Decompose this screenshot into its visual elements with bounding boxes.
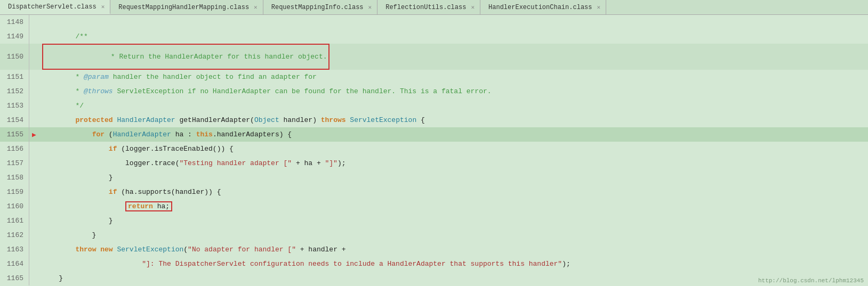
line-arrow bbox=[29, 70, 39, 84]
line-content: logger.trace("Testing handler adapter ["… bbox=[39, 156, 868, 170]
tab-label: DispatcherServlet.class bbox=[8, 3, 97, 11]
line-content: if (logger.isTraceEnabled()) { bbox=[39, 142, 868, 156]
tab-label: RequestMappingHandlerMapping.class bbox=[118, 4, 249, 11]
code-line: 1152 * @throws ServletException if no Ha… bbox=[0, 84, 868, 99]
code-line: 1158 } bbox=[0, 170, 868, 185]
line-arrow bbox=[29, 199, 39, 214]
line-content: } bbox=[39, 170, 868, 185]
line-content: protected HandlerAdapter getHandlerAdapt… bbox=[39, 113, 868, 127]
close-icon[interactable]: ✕ bbox=[471, 4, 475, 11]
tab-reflection-utils[interactable]: c ReflectionUtils.class ✕ bbox=[377, 0, 480, 14]
line-arrow bbox=[29, 257, 39, 271]
line-arrow bbox=[29, 113, 39, 127]
tab-bar: c DispatcherServlet.class ✕ c RequestMap… bbox=[0, 0, 868, 15]
line-content: return ha; bbox=[39, 199, 868, 214]
code-line: 1157 logger.trace("Testing handler adapt… bbox=[0, 156, 868, 170]
line-content: */ bbox=[39, 99, 868, 113]
code-line: 1150 * Return the HandlerAdapter for thi… bbox=[0, 44, 868, 70]
line-number: 1152 bbox=[0, 84, 29, 99]
line-number: 1161 bbox=[0, 214, 29, 228]
code-line: 1162 } bbox=[0, 228, 868, 242]
line-arrow bbox=[29, 99, 39, 113]
line-arrow bbox=[29, 242, 39, 257]
line-number: 1159 bbox=[0, 185, 29, 199]
line-number: 1158 bbox=[0, 170, 29, 185]
line-content: } bbox=[39, 228, 868, 242]
tab-label: HandlerExecutionChain.class bbox=[488, 4, 592, 11]
line-content: } bbox=[39, 271, 868, 285]
line-content: * Return the HandlerAdapter for this han… bbox=[39, 44, 868, 70]
code-line: 1165 } bbox=[0, 271, 868, 285]
code-line: 1160 return ha; bbox=[0, 199, 868, 214]
line-arrow bbox=[29, 214, 39, 228]
code-line: 1155 ▶ for (HandlerAdapter ha : this.han… bbox=[0, 127, 868, 142]
line-content: throw new ServletException("No adapter f… bbox=[39, 242, 868, 257]
line-arrow: ▶ bbox=[29, 127, 39, 142]
line-number: 1157 bbox=[0, 156, 29, 170]
line-content bbox=[39, 15, 868, 29]
code-line: 1161 } bbox=[0, 214, 868, 228]
line-content: * @throws ServletException if no Handler… bbox=[39, 84, 868, 99]
code-line: 1148 bbox=[0, 15, 868, 29]
line-number: 1151 bbox=[0, 70, 29, 84]
line-arrow bbox=[29, 142, 39, 156]
line-number: 1155 bbox=[0, 127, 29, 142]
code-area: 1148 1149 /** 1150 * Return the HandlerA… bbox=[0, 15, 868, 286]
code-line: 1163 throw new ServletException("No adap… bbox=[0, 242, 868, 257]
line-number: 1153 bbox=[0, 99, 29, 113]
line-arrow bbox=[29, 271, 39, 285]
tab-label: ReflectionUtils.class bbox=[385, 4, 466, 11]
line-content: /** bbox=[39, 29, 868, 44]
code-line: 1156 if (logger.isTraceEnabled()) { bbox=[0, 142, 868, 156]
line-number: 1160 bbox=[0, 199, 29, 214]
line-content: } bbox=[39, 214, 868, 228]
line-content: if (ha.supports(handler)) { bbox=[39, 185, 868, 199]
tab-dispatcher-servlet[interactable]: c DispatcherServlet.class ✕ bbox=[0, 0, 110, 14]
line-arrow bbox=[29, 170, 39, 185]
line-arrow bbox=[29, 185, 39, 199]
code-line: 1159 if (ha.supports(handler)) { bbox=[0, 185, 868, 199]
line-number: 1165 bbox=[0, 271, 29, 285]
code-line: 1164 "]: The DispatcherServlet configura… bbox=[0, 257, 868, 271]
line-number: 1164 bbox=[0, 257, 29, 271]
line-arrow bbox=[29, 228, 39, 242]
code-line: 1151 * @param handler the handler object… bbox=[0, 70, 868, 84]
close-icon[interactable]: ✕ bbox=[368, 4, 372, 11]
line-number: 1156 bbox=[0, 142, 29, 156]
code-line: 1154 protected HandlerAdapter getHandler… bbox=[0, 113, 868, 127]
line-content: * @param handler the handler object to f… bbox=[39, 70, 868, 84]
close-icon[interactable]: ✕ bbox=[254, 4, 258, 11]
code-line: 1149 /** bbox=[0, 29, 868, 44]
line-number: 1154 bbox=[0, 113, 29, 127]
tab-request-mapping-handler[interactable]: c RequestMappingHandlerMapping.class ✕ bbox=[110, 0, 263, 14]
watermark: http://blog.csdn.net/lphm12345 bbox=[758, 277, 864, 284]
line-number: 1148 bbox=[0, 15, 29, 29]
line-arrow bbox=[29, 15, 39, 29]
line-number: 1163 bbox=[0, 242, 29, 257]
close-icon[interactable]: ✕ bbox=[597, 4, 600, 11]
close-icon[interactable]: ✕ bbox=[101, 3, 105, 10]
line-content: "]: The DispatcherServlet configuration … bbox=[39, 257, 868, 271]
line-number: 1162 bbox=[0, 228, 29, 242]
line-arrow bbox=[29, 156, 39, 170]
tab-handler-execution-chain[interactable]: c HandlerExecutionChain.class ✕ bbox=[480, 0, 606, 14]
tab-request-mapping-info[interactable]: c RequestMappingInfo.class ✕ bbox=[263, 0, 377, 14]
line-number: 1150 bbox=[0, 44, 29, 70]
line-arrow bbox=[29, 29, 39, 44]
code-line: 1153 */ bbox=[0, 99, 868, 113]
line-number: 1149 bbox=[0, 29, 29, 44]
line-arrow bbox=[29, 84, 39, 99]
tab-label: RequestMappingInfo.class bbox=[271, 4, 364, 11]
line-content: for (HandlerAdapter ha : this.handlerAda… bbox=[39, 127, 868, 142]
line-arrow bbox=[29, 44, 39, 70]
